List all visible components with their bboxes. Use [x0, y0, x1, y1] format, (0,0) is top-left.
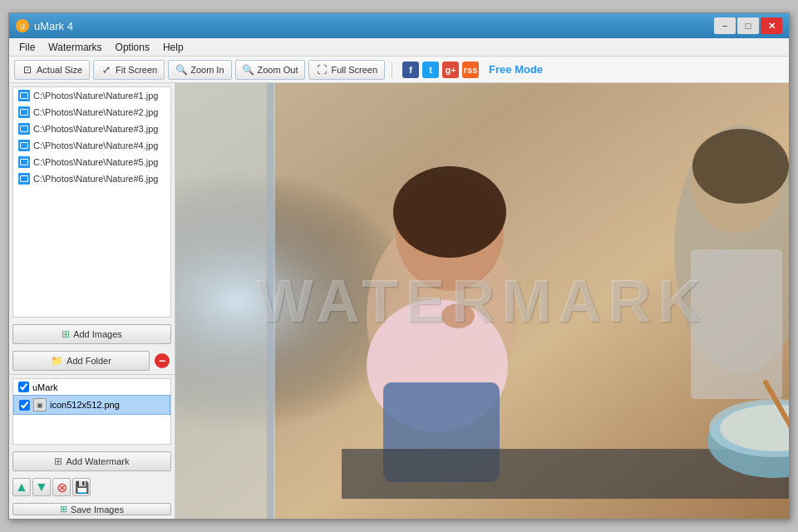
close-button[interactable]: ✕	[761, 17, 782, 34]
main-content: C:\Photos\Nature\Nature#1.jpg C:\Photos\…	[9, 83, 789, 519]
list-item[interactable]: C:\Photos\Nature\Nature#1.jpg	[13, 87, 170, 104]
file-path: C:\Photos\Nature\Nature#1.jpg	[33, 91, 158, 101]
zoom-out-label: Zoom Out	[258, 65, 298, 75]
watermark-group-checkbox[interactable]	[18, 382, 29, 392]
fit-screen-label: Fit Screen	[116, 65, 157, 75]
move-up-icon: ▲	[15, 480, 28, 495]
toolbar: ⊡ Actual Size ⤢ Fit Screen 🔍 Zoom In 🔍 Z…	[9, 57, 789, 83]
add-images-button[interactable]: ⊞ Add Images	[12, 324, 171, 344]
fit-screen-icon: ⤢	[101, 64, 112, 76]
add-folder-icon: 📁	[51, 355, 63, 367]
full-screen-label: Full Screen	[331, 65, 377, 75]
watermark-image-label: icon512x512.png	[50, 400, 120, 410]
title-bar-left: u uMark 4	[16, 19, 73, 32]
watermark-image-item[interactable]: ▣ icon512x512.png	[13, 395, 170, 415]
actual-size-icon: ⊡	[22, 64, 33, 76]
svg-rect-3	[267, 83, 273, 519]
menu-help[interactable]: Help	[156, 40, 190, 55]
add-watermark-label: Add Watermark	[66, 456, 129, 466]
zoom-out-icon: 🔍	[243, 64, 254, 76]
watermark-group-item[interactable]: uMark	[13, 379, 170, 395]
window-title: uMark 4	[34, 20, 73, 32]
save-images-icon: ⊞	[60, 504, 67, 515]
minimize-button[interactable]: −	[714, 17, 736, 34]
move-down-icon: ▼	[35, 480, 48, 495]
actual-size-button[interactable]: ⊡ Actual Size	[14, 60, 90, 80]
watermark-control-buttons: ▲ ▼ ⊗ 💾	[9, 475, 175, 500]
watermark-group-label: uMark	[32, 382, 58, 392]
add-images-icon: ⊞	[62, 328, 70, 340]
add-folder-button[interactable]: 📁 Add Folder	[12, 351, 150, 371]
remove-file-icon: −	[155, 353, 170, 368]
watermark-image-checkbox[interactable]	[19, 400, 30, 411]
save-watermark-icon: 💾	[75, 480, 89, 494]
image-icon	[18, 156, 30, 168]
preview-area: WATERMARK	[175, 83, 789, 519]
watermark-list[interactable]: uMark ▣ icon512x512.png	[12, 378, 171, 445]
app-icon: u	[16, 19, 29, 32]
list-item[interactable]: C:\Photos\Nature\Nature#2.jpg	[13, 104, 170, 121]
save-images-label: Save Images	[71, 505, 124, 515]
save-watermark-button[interactable]: 💾	[72, 478, 91, 496]
window-controls: − □ ✕	[714, 17, 782, 34]
file-path: C:\Photos\Nature\Nature#6.jpg	[33, 174, 158, 184]
title-bar: u uMark 4 − □ ✕	[9, 13, 789, 38]
add-watermark-icon: ⊞	[54, 456, 62, 467]
svg-point-12	[692, 129, 789, 204]
watermark-section: uMark ▣ icon512x512.png ⊞ Add Watermark	[9, 374, 175, 519]
remove-watermark-icon: ⊗	[57, 480, 67, 495]
rss-icon[interactable]: rss	[462, 62, 479, 78]
list-item[interactable]: C:\Photos\Nature\Nature#5.jpg	[13, 154, 170, 170]
remove-file-button[interactable]: −	[153, 352, 171, 370]
twitter-icon[interactable]: t	[422, 62, 439, 78]
file-path: C:\Photos\Nature\Nature#5.jpg	[33, 157, 158, 167]
svg-rect-13	[691, 249, 782, 399]
list-item[interactable]: C:\Photos\Nature\Nature#6.jpg	[13, 170, 170, 187]
left-panel: C:\Photos\Nature\Nature#1.jpg C:\Photos\…	[9, 83, 175, 519]
svg-rect-2	[175, 83, 275, 519]
zoom-in-label: Zoom In	[190, 65, 224, 75]
move-up-button[interactable]: ▲	[12, 478, 31, 496]
actual-size-label: Actual Size	[37, 65, 82, 75]
list-item[interactable]: C:\Photos\Nature\Nature#4.jpg	[13, 137, 170, 154]
maximize-button[interactable]: □	[737, 17, 759, 34]
save-images-button[interactable]: ⊞ Save Images	[12, 503, 171, 515]
move-down-button[interactable]: ▼	[32, 478, 51, 496]
zoom-in-icon: 🔍	[175, 64, 187, 76]
remove-watermark-button[interactable]: ⊗	[52, 478, 71, 496]
photo-background: WATERMARK	[175, 83, 789, 519]
zoom-out-button[interactable]: 🔍 Zoom Out	[235, 60, 306, 80]
zoom-in-button[interactable]: 🔍 Zoom In	[168, 60, 231, 80]
image-icon	[18, 106, 30, 118]
add-watermark-row: ⊞ Add Watermark	[9, 448, 175, 475]
social-icons: f t g+ rss	[402, 62, 479, 78]
image-icon	[18, 90, 30, 101]
file-path: C:\Photos\Nature\Nature#3.jpg	[33, 124, 158, 134]
googleplus-icon[interactable]: g+	[442, 62, 459, 78]
menu-options[interactable]: Options	[109, 40, 156, 55]
file-list[interactable]: C:\Photos\Nature\Nature#1.jpg C:\Photos\…	[12, 86, 171, 318]
image-icon	[18, 173, 30, 185]
fit-screen-button[interactable]: ⤢ Fit Screen	[93, 60, 165, 80]
add-folder-label: Add Folder	[66, 356, 111, 366]
svg-point-20	[441, 303, 475, 328]
image-icon	[18, 140, 30, 151]
facebook-icon[interactable]: f	[402, 62, 419, 78]
add-watermark-button[interactable]: ⊞ Add Watermark	[12, 451, 171, 471]
photo-simulation	[175, 83, 789, 519]
main-window: u uMark 4 − □ ✕ File Watermarks Options …	[8, 12, 790, 520]
menu-file[interactable]: File	[12, 40, 42, 55]
menu-watermarks[interactable]: Watermarks	[42, 40, 108, 55]
add-images-label: Add Images	[73, 329, 122, 339]
watermark-image-icon: ▣	[33, 398, 47, 411]
toolbar-separator	[392, 62, 392, 78]
free-mode-label: Free Mode	[489, 63, 543, 76]
image-icon	[18, 123, 30, 135]
file-panel-buttons: ⊞ Add Images	[9, 321, 175, 347]
full-screen-icon: ⛶	[316, 64, 328, 76]
menu-bar: File Watermarks Options Help	[9, 38, 789, 57]
add-folder-row: 📁 Add Folder −	[9, 347, 175, 374]
full-screen-button[interactable]: ⛶ Full Screen	[308, 60, 385, 80]
list-item[interactable]: C:\Photos\Nature\Nature#3.jpg	[13, 121, 170, 137]
svg-point-6	[393, 166, 506, 258]
